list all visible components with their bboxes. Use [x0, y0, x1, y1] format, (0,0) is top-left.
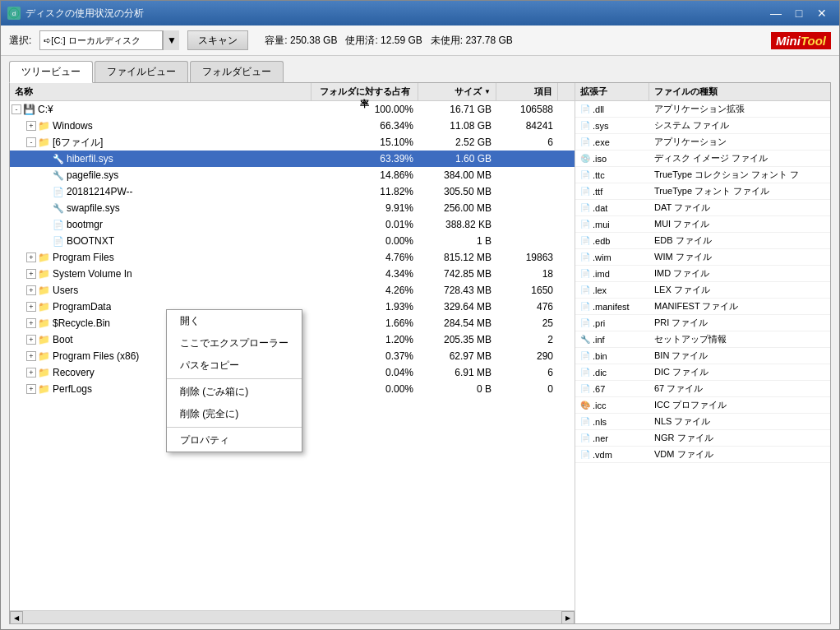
- tree-row[interactable]: -📁[6ファイル]15.10%2.52 GB6: [10, 134, 575, 151]
- tree-cell-percent: 15.10%: [312, 137, 418, 148]
- row-name-text: PerfLogs: [53, 383, 92, 395]
- drive-dropdown-arrow[interactable]: ▼: [163, 30, 179, 50]
- header-filetype[interactable]: ファイルの種類: [649, 83, 817, 100]
- right-row[interactable]: 🔧.infセットアップ情報: [575, 331, 830, 348]
- ext-icon: 📄: [580, 450, 590, 459]
- context-menu-item[interactable]: プロパティ: [167, 429, 302, 452]
- tree-row[interactable]: 🔧pagefile.sys14.86%384.00 MB: [10, 167, 575, 183]
- right-cell-type: システム ファイル: [649, 119, 830, 132]
- right-row[interactable]: 📄.wimWIM ファイル: [575, 249, 830, 266]
- expand-button[interactable]: +: [26, 335, 36, 345]
- tree-cell-name: 📄bootmgr: [10, 219, 312, 230]
- header-name[interactable]: 名称: [10, 83, 312, 100]
- right-row[interactable]: 📄.nlsNLS ファイル: [575, 414, 830, 430]
- right-row[interactable]: 📄.lexLEX ファイル: [575, 282, 830, 299]
- header-items[interactable]: 項目: [496, 83, 558, 100]
- horizontal-scrollbar[interactable]: ◀ ▶: [10, 610, 575, 623]
- toolbar: 選択: ➪[C:] ローカルディスク ▼ スキャン 容量: 250.38 GB …: [1, 25, 839, 56]
- scan-button[interactable]: スキャン: [187, 30, 248, 50]
- tree-row[interactable]: 📄bootmgr0.01%388.82 KB: [10, 216, 575, 233]
- right-cell-type: IMD ファイル: [649, 267, 830, 280]
- ext-icon: 💿: [580, 154, 590, 163]
- row-name-text: BOOTNXT: [67, 235, 114, 247]
- tree-row[interactable]: -💾C:¥100.00%16.71 GB106588: [10, 101, 575, 118]
- ext-text: .ner: [593, 433, 608, 443]
- right-row[interactable]: 📄.binBIN ファイル: [575, 348, 830, 364]
- scroll-left-btn[interactable]: ◀: [10, 611, 23, 623]
- right-cell-type: LEX ファイル: [649, 284, 830, 296]
- expand-button[interactable]: +: [26, 121, 36, 131]
- tree-row[interactable]: 🔧hiberfil.sys63.39%1.60 GB: [10, 151, 575, 167]
- context-menu-item[interactable]: 削除 (完全に): [167, 403, 302, 425]
- right-row[interactable]: 📄.vdmVDM ファイル: [575, 447, 830, 463]
- tab-fileview[interactable]: ファイルビュー: [95, 61, 188, 82]
- tree-row[interactable]: +📁System Volume In4.34%742.85 MB18: [10, 266, 575, 282]
- expand-button[interactable]: -: [12, 104, 21, 114]
- right-cell-ext: 📄.ttf: [575, 187, 649, 197]
- right-row[interactable]: 📄.ttfTrueType フォント ファイル: [575, 183, 830, 200]
- close-button[interactable]: ✕: [811, 5, 833, 21]
- sysfile-icon: 🔧: [53, 170, 64, 181]
- drive-dropdown[interactable]: ➪[C:] ローカルディスク: [39, 30, 163, 50]
- tree-cell-items: 106588: [496, 104, 558, 115]
- tree-row[interactable]: 📄20181214PW--11.82%305.50 MB: [10, 183, 575, 200]
- context-menu-item[interactable]: ここでエクスプローラー: [167, 332, 302, 354]
- logo-text: MiniTool: [776, 34, 826, 48]
- tree-row[interactable]: +📁Users4.26%728.43 MB1650: [10, 282, 575, 299]
- ext-icon: 🔧: [580, 335, 590, 344]
- ext-text: .dic: [593, 368, 607, 378]
- header-percent[interactable]: フォルダに対する占有率: [312, 83, 418, 100]
- tree-cell-size: 6.91 MB: [418, 367, 496, 378]
- expand-button[interactable]: +: [26, 285, 36, 295]
- tab-folderview[interactable]: フォルダビュー: [190, 61, 284, 82]
- tree-row[interactable]: +📁Windows66.34%11.08 GB84241: [10, 118, 575, 134]
- right-row[interactable]: 📄.manifestMANIFEST ファイル: [575, 299, 830, 315]
- right-row[interactable]: 📄.muiMUI ファイル: [575, 216, 830, 233]
- right-row[interactable]: 📄.sysシステム ファイル: [575, 118, 830, 134]
- context-menu-item[interactable]: パスをコピー: [167, 354, 302, 377]
- right-row[interactable]: 📄.imdIMD ファイル: [575, 266, 830, 282]
- header-ext[interactable]: 拡張子: [575, 83, 649, 100]
- right-row[interactable]: 💿.isoディスク イメージ ファイル: [575, 151, 830, 167]
- tab-treeview[interactable]: ツリービュー: [9, 61, 93, 83]
- expand-button[interactable]: +: [26, 302, 36, 312]
- right-row[interactable]: 📄.datDAT ファイル: [575, 200, 830, 216]
- tree-row[interactable]: 📄BOOTNXT0.00%1 B: [10, 233, 575, 249]
- right-cell-ext: 💿.iso: [575, 154, 649, 164]
- right-cell-ext: 📄.pri: [575, 318, 649, 328]
- tree-row[interactable]: +📁Program Files4.76%815.12 MB19863: [10, 249, 575, 266]
- right-row[interactable]: 📄.priPRI ファイル: [575, 315, 830, 331]
- expand-button[interactable]: +: [26, 384, 36, 394]
- right-row[interactable]: 📄.exeアプリケーション: [575, 134, 830, 151]
- scroll-track[interactable]: [23, 611, 561, 623]
- file-icon: 📄: [53, 220, 64, 230]
- right-row[interactable]: 📄.dicDIC ファイル: [575, 364, 830, 381]
- right-cell-ext: 📄.nls: [575, 417, 649, 427]
- right-row[interactable]: 📄.edbEDB ファイル: [575, 233, 830, 249]
- right-cell-ext: 📄.bin: [575, 351, 649, 361]
- ext-icon: 📄: [580, 170, 590, 179]
- maximize-button[interactable]: □: [788, 5, 810, 21]
- right-scroll[interactable]: 📄.dllアプリケーション拡張📄.sysシステム ファイル📄.exeアプリケーシ…: [575, 101, 830, 623]
- context-menu-item[interactable]: 開く: [167, 310, 302, 332]
- scroll-right-btn[interactable]: ▶: [561, 611, 575, 623]
- minimize-button[interactable]: —: [765, 5, 787, 21]
- tree-row[interactable]: 🔧swapfile.sys9.91%256.00 MB: [10, 200, 575, 216]
- expand-button[interactable]: -: [26, 137, 36, 147]
- expand-button[interactable]: +: [26, 318, 36, 328]
- expand-button[interactable]: +: [26, 252, 36, 262]
- folder-icon: 📁: [38, 367, 50, 378]
- expand-button[interactable]: +: [26, 351, 36, 361]
- used-info: 使用済: 12.59 GB: [345, 34, 422, 48]
- expand-button[interactable]: +: [26, 368, 36, 378]
- right-row[interactable]: 📄.nerNGR ファイル: [575, 430, 830, 447]
- right-cell-type: 67 ファイル: [649, 382, 830, 395]
- right-row[interactable]: 📄.ttcTrueType コレクション フォント フ: [575, 167, 830, 183]
- header-size[interactable]: サイズ ▼: [418, 83, 496, 100]
- right-row[interactable]: 📄.6767 ファイル: [575, 381, 830, 397]
- expand-button[interactable]: +: [26, 269, 36, 279]
- right-row[interactable]: 🎨.iccICC プロファイル: [575, 397, 830, 414]
- right-row[interactable]: 📄.dllアプリケーション拡張: [575, 101, 830, 118]
- context-menu: 開くここでエクスプローラーパスをコピー削除 (ごみ箱に)削除 (完全に)プロパテ…: [166, 309, 302, 452]
- context-menu-item[interactable]: 削除 (ごみ箱に): [167, 381, 302, 403]
